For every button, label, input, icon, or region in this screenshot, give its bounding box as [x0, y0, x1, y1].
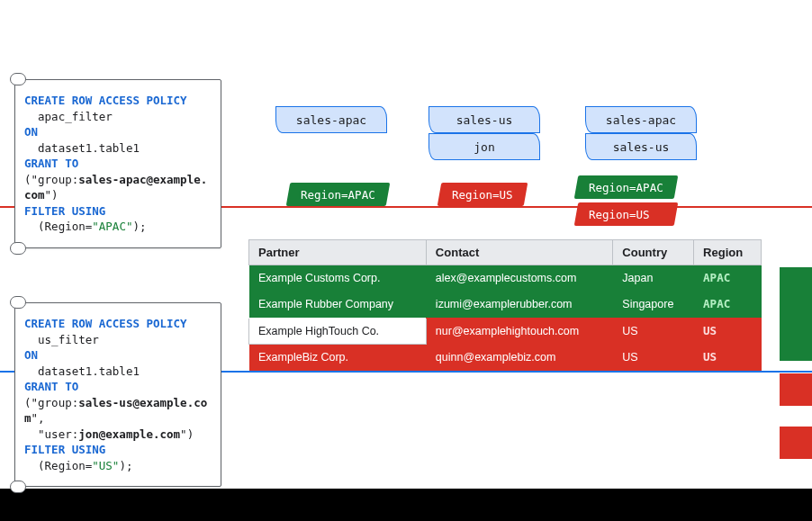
scroll-curl-icon [10, 73, 26, 85]
policy-apac-sql: CREATE ROW ACCESS POLICY apac_filter ON … [15, 80, 221, 247]
table-cell: US [694, 344, 762, 370]
filter-banner-right: Region=APAC Region=US [576, 175, 676, 226]
col-contact: Contact [426, 240, 612, 265]
group-flags-right: sales-apac sales-us [585, 106, 697, 160]
table-row: ExampleBiz Corp.quinn@examplebiz.comUSUS [249, 344, 762, 370]
table-cell: US [613, 344, 694, 370]
filter-chip-us: Region=US [574, 202, 678, 226]
table-row: Example Rubber Companyizumi@examplerubbe… [249, 292, 762, 318]
table-cell: APAC [694, 265, 762, 292]
table-cell: Example Rubber Company [249, 292, 427, 318]
group-flags-left: sales-apac [275, 106, 387, 133]
table-cell: APAC [694, 292, 762, 318]
filter-banner-left: Region=APAC [288, 183, 388, 206]
filter-banner-center: Region=US [439, 183, 526, 206]
scroll-curl-icon [10, 242, 26, 255]
table-row: Example Customs Corp.alex@examplecustoms… [249, 265, 762, 292]
col-region: Region [694, 240, 762, 265]
policy-us-card: CREATE ROW ACCESS POLICY us_filter ON da… [14, 302, 221, 487]
table-cell: Example HighTouch Co. [249, 318, 427, 344]
flag-sales-apac: sales-apac [275, 106, 387, 133]
table-cell: quinn@examplebiz.com [426, 344, 612, 370]
table-cell: ExampleBiz Corp. [249, 344, 427, 370]
group-flags-center: sales-us jon [429, 106, 540, 160]
policy-us-sql: CREATE ROW ACCESS POLICY us_filter ON da… [15, 303, 221, 486]
col-country: Country [613, 240, 694, 265]
table-cell: nur@examplehightouch.com [426, 318, 612, 344]
table-cell: alex@examplecustoms.com [426, 265, 612, 292]
table-cell: US [694, 318, 762, 344]
flag-sales-us: sales-us [429, 106, 540, 133]
table-cell: Japan [613, 265, 694, 292]
table-cell: US [613, 318, 694, 344]
table-cell: izumi@examplerubber.com [426, 292, 612, 318]
flag-jon: jon [429, 133, 540, 160]
policy-apac-card: CREATE ROW ACCESS POLICY apac_filter ON … [14, 79, 221, 248]
table-cell: Example Customs Corp. [249, 265, 427, 292]
table-header-row: Partner Contact Country Region [249, 240, 762, 265]
filter-chip-apac: Region=APAC [286, 183, 390, 206]
filter-chip-apac: Region=APAC [574, 175, 678, 199]
scroll-curl-icon [10, 296, 26, 309]
col-partner: Partner [249, 240, 427, 265]
table-row: Example HighTouch Co.nur@examplehightouc… [249, 318, 762, 344]
results-table: Partner Contact Country Region Example C… [248, 239, 762, 371]
filter-chip-us: Region=US [438, 183, 528, 206]
flag-sales-us: sales-us [585, 133, 697, 160]
flag-sales-apac: sales-apac [585, 106, 697, 133]
table-cell: Singapore [613, 292, 694, 318]
bottom-band [0, 489, 812, 521]
scroll-curl-icon [10, 481, 26, 493]
